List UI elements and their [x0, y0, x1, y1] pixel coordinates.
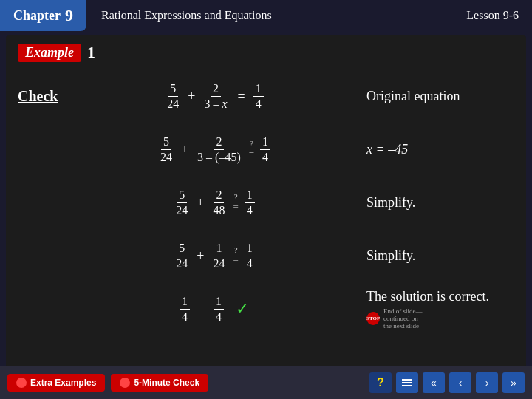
- header-title: Rational Expressions and Equations: [86, 0, 453, 31]
- example-label: Example: [18, 44, 81, 62]
- help-button[interactable]: ?: [369, 372, 392, 393]
- solution-correct-text: The solution is correct.: [366, 289, 489, 304]
- row2-math: 5 24 + 2 3 – (–45) ?= 1 4: [77, 135, 352, 164]
- next-next-button[interactable]: »: [502, 372, 525, 393]
- header: Chapter 9 Rational Expressions and Equat…: [0, 0, 532, 31]
- extra-examples-button[interactable]: Extra Examples: [7, 374, 105, 392]
- row1-math: 5 24 + 2 3 – x = 1 4: [77, 82, 352, 111]
- five-min-check-button[interactable]: 5-Minute Check: [111, 374, 208, 392]
- frac4-5-24: 5 24: [174, 242, 190, 270]
- end-note-text: End of slide—continued onthe next slide: [383, 307, 423, 330]
- frac4-1-24: 1 24: [211, 242, 227, 270]
- frac3-2-48: 2 48: [211, 188, 227, 217]
- row-simplify1: 5 24 + 2 48 ?= 1 4 Simplify.: [18, 176, 514, 229]
- checkmark-icon: ✓: [236, 299, 249, 318]
- row-simplify2: 5 24 + 1 24 ?= 1 4 Simplify.: [18, 229, 514, 282]
- frac5-1-4-left: 1 4: [180, 295, 190, 324]
- row1-desc: Original equation: [352, 89, 514, 104]
- row-final: 1 4 = 1 4 ✓ The solution is correct. STO…: [18, 282, 514, 335]
- header-lesson: Lesson 9-6: [453, 0, 532, 31]
- frac4-1-4: 1 4: [245, 242, 255, 270]
- five-min-icon: [120, 378, 130, 388]
- chapter-number: 9: [65, 6, 73, 25]
- row3-math: 5 24 + 2 48 ?= 1 4: [77, 188, 352, 217]
- end-note: STOP End of slide—continued onthe next s…: [366, 307, 514, 330]
- row5-desc: The solution is correct. STOP End of sli…: [352, 289, 514, 330]
- content-area: Check 5 24 + 2 3 – x = 1 4: [18, 69, 514, 335]
- extra-examples-icon: [16, 378, 27, 388]
- equation-simplify2: 5 24 + 1 24 ?= 1 4: [174, 242, 255, 270]
- question-eq-2: ?=: [231, 192, 239, 213]
- example-badge: Example 1: [18, 43, 514, 62]
- stop-icon: STOP: [366, 312, 380, 325]
- menu-button[interactable]: [396, 372, 418, 393]
- question-eq-1: ?=: [248, 139, 256, 160]
- row-substitute: 5 24 + 2 3 – (–45) ?= 1 4 x = –45: [18, 123, 514, 176]
- equation-original: 5 24 + 2 3 – x = 1 4: [165, 82, 263, 111]
- frac2-2-denom: 2 3 – (–45): [195, 135, 243, 164]
- prev-prev-button[interactable]: «: [423, 372, 445, 393]
- frac-2-3minusx: 2 3 – x: [202, 82, 229, 111]
- chapter-label: Chapter: [13, 8, 61, 24]
- frac-5-24: 5 24: [165, 82, 181, 111]
- next-button[interactable]: ›: [476, 372, 498, 393]
- row4-math: 5 24 + 1 24 ?= 1 4: [77, 242, 352, 270]
- x-value: x = –45: [366, 142, 408, 157]
- frac2-5-24: 5 24: [158, 135, 174, 164]
- svg-rect-1: [402, 382, 412, 383]
- main-content: Example 1 Check 5 24 + 2 3 – x =: [6, 35, 526, 368]
- footer: Extra Examples 5-Minute Check ? « ‹ › »: [0, 366, 532, 399]
- prev-button[interactable]: ‹: [449, 372, 471, 393]
- question-eq-3: ?=: [231, 245, 239, 266]
- equation-final: 1 4 = 1 4 ✓: [180, 295, 249, 324]
- frac-1-4: 1 4: [253, 82, 264, 111]
- menu-icon: [402, 378, 412, 388]
- row4-desc: Simplify.: [352, 248, 514, 264]
- equation-simplify1: 5 24 + 2 48 ?= 1 4: [174, 188, 255, 217]
- frac2-1-4: 1 4: [260, 135, 270, 164]
- row2-desc: x = –45: [352, 142, 514, 157]
- header-chapter: Chapter 9: [0, 0, 86, 31]
- frac5-1-4-right: 1 4: [214, 295, 224, 324]
- check-label: Check: [18, 88, 77, 105]
- example-number: 1: [87, 43, 95, 62]
- row3-desc: Simplify.: [352, 195, 514, 211]
- extra-examples-label: Extra Examples: [30, 378, 96, 388]
- row5-math: 1 4 = 1 4 ✓: [77, 295, 352, 324]
- frac3-1-4: 1 4: [245, 188, 255, 217]
- svg-rect-2: [402, 385, 412, 386]
- footer-left: Extra Examples 5-Minute Check: [7, 374, 208, 392]
- equation-substitute: 5 24 + 2 3 – (–45) ?= 1 4: [158, 135, 270, 164]
- five-min-label: 5-Minute Check: [134, 378, 200, 388]
- row-check: Check 5 24 + 2 3 – x = 1 4: [18, 69, 514, 123]
- frac3-5-24: 5 24: [174, 188, 190, 217]
- svg-rect-0: [402, 379, 412, 381]
- footer-right: ? « ‹ › »: [369, 372, 525, 393]
